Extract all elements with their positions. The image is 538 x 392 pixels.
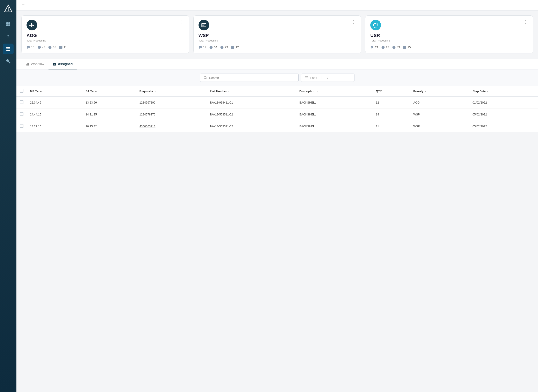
row3-sa-time: 10:15:32 (82, 120, 136, 132)
svg-rect-27 (27, 63, 28, 65)
row2-sa-time: 14:21:25 (82, 108, 136, 120)
logo (3, 3, 14, 14)
select-all-checkbox[interactable] (20, 89, 23, 93)
row3-priority: WSP (410, 120, 469, 132)
th-part-number[interactable]: Part Number ▼ (206, 86, 296, 96)
card-usr-icon (370, 20, 381, 30)
svg-rect-5 (6, 24, 8, 26)
tab-workflow[interactable]: Workflow (21, 59, 48, 70)
sidebar-item-orders[interactable] (3, 44, 14, 54)
svg-point-2 (8, 10, 9, 11)
svg-rect-6 (9, 24, 10, 26)
row2-ship-date: 05/02/2022 (469, 108, 538, 120)
from-label: From (310, 76, 317, 79)
th-description[interactable]: Description ▼ (296, 86, 373, 96)
card-aog-stats: 15 43 35 11 (27, 45, 184, 49)
card-aog-stat-minus: 35 (48, 45, 56, 49)
table-header: MR Time SA Time Request # ▼ (16, 86, 538, 96)
row1-ship-date: 01/02/2022 (469, 96, 538, 108)
search-input[interactable] (209, 76, 295, 79)
table-row: 24:44:15 14:21:25 1234578976 TAA13-55351… (16, 108, 538, 120)
row3-checkbox[interactable] (20, 124, 23, 128)
card-aog-subtitle: Total Processing (27, 39, 184, 42)
svg-line-31 (206, 78, 207, 79)
row1-description: BACKSHELL (296, 96, 373, 108)
search-icon (203, 76, 207, 79)
row2-checkbox-cell[interactable] (16, 108, 27, 120)
svg-rect-8 (6, 48, 10, 49)
card-wsp-icon (198, 20, 209, 30)
sidebar-toggle-button[interactable] (21, 3, 26, 7)
card-aog-stat-check: 43 (37, 45, 45, 49)
content-wrapper: ⋮ AOG Total Processing 15 43 (16, 10, 538, 392)
check-square-icon (53, 62, 56, 66)
th-qty: QTY (373, 86, 410, 96)
search-box (200, 74, 299, 82)
card-usr: ⋮ USR Total Processing 21 23 (365, 15, 533, 53)
to-label: To (325, 76, 328, 79)
card-usr-menu[interactable]: ⋮ (524, 20, 528, 24)
card-aog-header: ⋮ (27, 20, 184, 30)
sort-icon-priority: ▼ (424, 90, 426, 93)
card-usr-header: ⋮ (370, 20, 528, 30)
table-body: 22:34:45 13:23:56 1234567890 TAA13-99841… (16, 96, 538, 132)
card-wsp-stat-check: 34 (209, 45, 217, 49)
th-request-num[interactable]: Request # ▼ (136, 86, 206, 96)
card-wsp-menu[interactable]: ⋮ (352, 20, 356, 24)
card-wsp-stats: 19 34 23 12 (198, 45, 356, 49)
card-wsp-stat-flag: 19 (198, 45, 206, 49)
th-checkbox[interactable] (16, 86, 27, 96)
row2-request-num[interactable]: 1234578976 (136, 108, 206, 120)
card-aog-menu[interactable]: ⋮ (180, 20, 184, 24)
date-range-box: From | To (301, 74, 355, 82)
row2-priority: WSP (410, 108, 469, 120)
svg-rect-32 (305, 76, 308, 79)
row3-part-number: TAA13-553511-02 (206, 120, 296, 132)
row3-request-num[interactable]: 4356663213 (136, 120, 206, 132)
tab-workflow-label: Workflow (31, 62, 44, 66)
th-priority[interactable]: Priority ▼ (410, 86, 469, 96)
svg-rect-3 (6, 22, 8, 24)
svg-rect-9 (6, 50, 10, 51)
card-usr-stat-minus: 33 (392, 45, 400, 49)
calendar-icon (304, 76, 308, 79)
row1-request-num[interactable]: 1234567890 (136, 96, 206, 108)
sidebar (0, 0, 16, 392)
sidebar-item-dashboard[interactable] (3, 19, 14, 30)
table-row: 22:34:45 13:23:56 1234567890 TAA13-99841… (16, 96, 538, 108)
th-ship-date[interactable]: Ship Date ▼ (469, 86, 538, 96)
tab-assigned[interactable]: Assigned (48, 59, 77, 70)
th-mr-time: MR Time (27, 86, 82, 96)
row3-mr-time: 14:22:15 (27, 120, 82, 132)
row3-qty: 21 (373, 120, 410, 132)
card-aog-title: AOG (27, 33, 184, 38)
date-divider: | (321, 76, 322, 79)
card-wsp-header: ⋮ (198, 20, 356, 30)
row3-ship-date: 05/02/2022 (469, 120, 538, 132)
cards-row: ⋮ AOG Total Processing 15 43 (21, 15, 533, 53)
card-wsp: ⋮ WSP Total Processing 19 34 (193, 15, 361, 53)
card-wsp-subtitle: Total Processing (198, 39, 356, 42)
row1-priority: AOG (410, 96, 469, 108)
sort-icon-desc: ▼ (316, 90, 318, 93)
table-section: Workflow Assigned From | To (16, 59, 538, 132)
svg-rect-28 (28, 63, 29, 65)
card-wsp-stat-download: 12 (231, 45, 239, 49)
card-aog-icon (27, 20, 37, 30)
row3-checkbox-cell[interactable] (16, 120, 27, 132)
svg-rect-7 (6, 47, 10, 48)
chart-icon (25, 62, 29, 66)
row1-checkbox-cell[interactable] (16, 96, 27, 108)
row1-part-number: TAA13-998411-01 (206, 96, 296, 108)
tabs-bar: Workflow Assigned (16, 59, 538, 70)
sort-icon-request: ▼ (154, 90, 156, 93)
card-wsp-title: WSP (198, 33, 356, 38)
sidebar-item-upload[interactable] (3, 31, 14, 42)
card-wsp-stat-minus: 23 (220, 45, 228, 49)
row2-checkbox[interactable] (20, 112, 23, 116)
sidebar-item-tools[interactable] (3, 56, 14, 67)
row2-mr-time: 24:44:15 (27, 108, 82, 120)
sort-icon-part: ▼ (228, 90, 230, 93)
row1-checkbox[interactable] (20, 100, 23, 104)
topbar (16, 0, 538, 10)
